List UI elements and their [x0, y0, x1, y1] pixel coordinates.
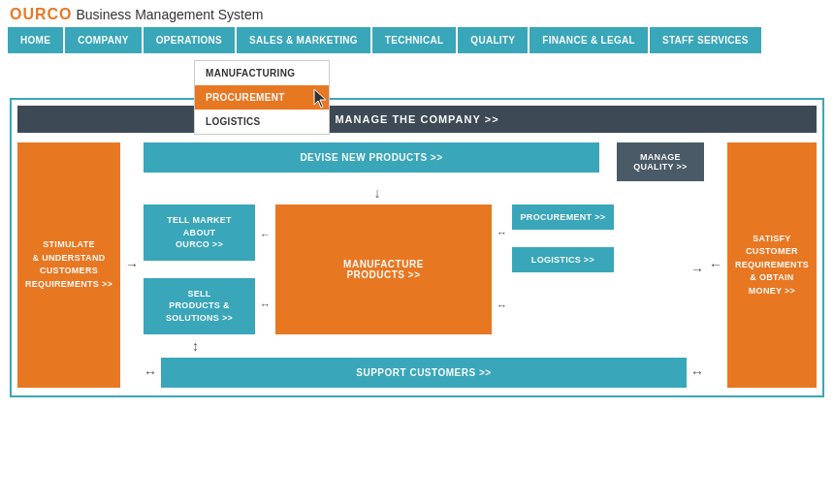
- logo: OURCO Business Management System: [10, 6, 263, 23]
- main-diagram-area: MANAGE THE COMPANY >> STIMULATE& UNDERST…: [10, 98, 824, 397]
- operations-dropdown: MANUFACTURING PROCUREMENT LOGISTICS: [194, 60, 330, 135]
- procurement-box[interactable]: PROCUREMENT >>: [512, 205, 614, 230]
- manage-banner: MANAGE THE COMPANY >>: [17, 106, 817, 133]
- stimulate-box[interactable]: STIMULATE& UNDERSTANDCUSTOMERSREQUIREMEN…: [17, 142, 120, 388]
- right-outer-arrow: →: [690, 262, 704, 277]
- logo-bold: OURCO: [10, 6, 73, 22]
- nav-sales[interactable]: SALES & MARKETING: [237, 27, 370, 53]
- left-arrow: →: [125, 142, 139, 388]
- procurement-arrow: ↔: [497, 227, 507, 238]
- nav-technical[interactable]: TECHNICAL: [372, 27, 456, 53]
- nav-home[interactable]: HOME: [8, 27, 63, 53]
- devise-box[interactable]: DEVISE NEW PRODUCTS >>: [144, 142, 599, 173]
- nav-finance[interactable]: FINANCE & LEGAL: [529, 27, 648, 53]
- manage-quality-box[interactable]: MANAGEQUALITY >>: [617, 142, 704, 181]
- sell-products-box[interactable]: SELLPRODUCTS &SOLUTIONS >>: [144, 278, 255, 334]
- nav-quality[interactable]: QUALITY: [458, 27, 528, 53]
- support-left-arrow: ↔: [144, 364, 157, 380]
- nav-staff[interactable]: STAFF SERVICES: [650, 27, 761, 53]
- support-right-arrow: ↔: [690, 364, 704, 380]
- nav-operations[interactable]: OPERATIONS: [144, 27, 235, 53]
- sell-both-arrow: ↔: [260, 299, 271, 310]
- right-arrow: ←: [709, 142, 722, 388]
- dropdown-manufacturing[interactable]: MANUFACTURING: [195, 61, 329, 85]
- logo-rest: Business Management System: [73, 7, 264, 22]
- sell-updown-arrow: ↕: [192, 338, 199, 354]
- nav-bar: HOME COMPANY OPERATIONS SALES & MARKETIN…: [0, 27, 834, 53]
- support-box[interactable]: SUPPORT CUSTOMERS >>: [161, 358, 687, 388]
- tell-market-box[interactable]: TELL MARKETABOUTOURCO >>: [144, 205, 255, 261]
- nav-company[interactable]: COMPANY: [65, 27, 141, 53]
- logistics-arrow: ↔: [497, 299, 507, 311]
- dropdown-procurement[interactable]: PROCUREMENT: [195, 85, 329, 110]
- devise-down-arrow: ↓: [373, 185, 380, 201]
- header: OURCO Business Management System: [0, 0, 834, 27]
- tell-market-left-arrow: ←: [260, 229, 271, 240]
- satisfy-box[interactable]: SATISFYCUSTOMERREQUIREMENTS& OBTAINMONEY…: [727, 142, 817, 388]
- dropdown-logistics[interactable]: LOGISTICS: [195, 110, 329, 134]
- logistics-box[interactable]: LOGISTICS >>: [512, 247, 614, 272]
- manufacture-box[interactable]: MANUFACTUREPRODUCTS >>: [275, 205, 492, 334]
